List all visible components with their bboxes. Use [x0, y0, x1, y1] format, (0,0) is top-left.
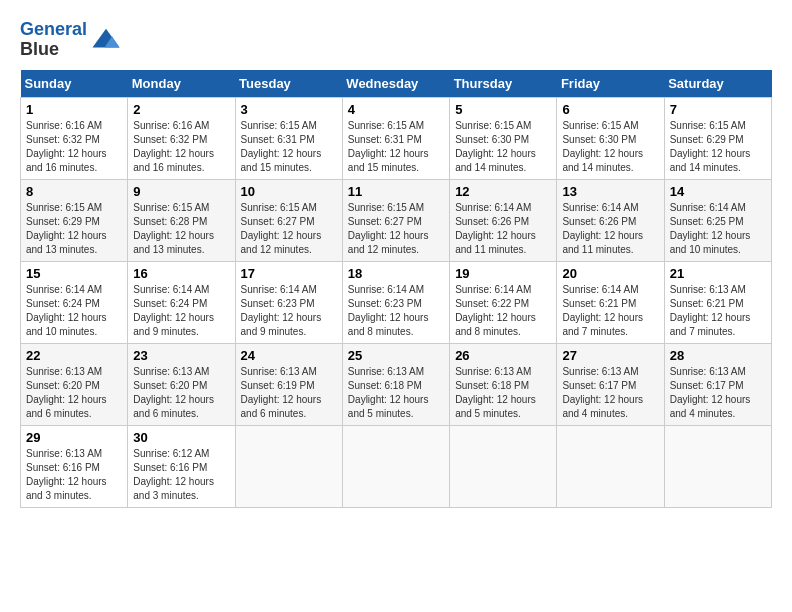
calendar-cell: 29 Sunrise: 6:13 AM Sunset: 6:16 PM Dayl… [21, 425, 128, 507]
weekday-header-friday: Friday [557, 70, 664, 98]
weekday-header-thursday: Thursday [450, 70, 557, 98]
calendar-cell: 14 Sunrise: 6:14 AM Sunset: 6:25 PM Dayl… [664, 179, 771, 261]
day-number: 21 [670, 266, 766, 281]
logo-icon [91, 25, 121, 55]
day-detail: Sunrise: 6:14 AM Sunset: 6:26 PM Dayligh… [562, 201, 658, 257]
day-number: 12 [455, 184, 551, 199]
day-detail: Sunrise: 6:14 AM Sunset: 6:24 PM Dayligh… [26, 283, 122, 339]
calendar-cell: 28 Sunrise: 6:13 AM Sunset: 6:17 PM Dayl… [664, 343, 771, 425]
weekday-header-monday: Monday [128, 70, 235, 98]
calendar-cell [557, 425, 664, 507]
day-detail: Sunrise: 6:14 AM Sunset: 6:25 PM Dayligh… [670, 201, 766, 257]
day-number: 25 [348, 348, 444, 363]
calendar-cell: 25 Sunrise: 6:13 AM Sunset: 6:18 PM Dayl… [342, 343, 449, 425]
day-detail: Sunrise: 6:16 AM Sunset: 6:32 PM Dayligh… [26, 119, 122, 175]
day-number: 5 [455, 102, 551, 117]
day-number: 15 [26, 266, 122, 281]
day-detail: Sunrise: 6:15 AM Sunset: 6:31 PM Dayligh… [348, 119, 444, 175]
day-number: 19 [455, 266, 551, 281]
day-detail: Sunrise: 6:14 AM Sunset: 6:24 PM Dayligh… [133, 283, 229, 339]
calendar-table: SundayMondayTuesdayWednesdayThursdayFrid… [20, 70, 772, 508]
calendar-cell: 30 Sunrise: 6:12 AM Sunset: 6:16 PM Dayl… [128, 425, 235, 507]
day-detail: Sunrise: 6:15 AM Sunset: 6:31 PM Dayligh… [241, 119, 337, 175]
weekday-header-saturday: Saturday [664, 70, 771, 98]
day-detail: Sunrise: 6:14 AM Sunset: 6:21 PM Dayligh… [562, 283, 658, 339]
day-detail: Sunrise: 6:14 AM Sunset: 6:23 PM Dayligh… [348, 283, 444, 339]
day-detail: Sunrise: 6:12 AM Sunset: 6:16 PM Dayligh… [133, 447, 229, 503]
day-number: 26 [455, 348, 551, 363]
day-detail: Sunrise: 6:13 AM Sunset: 6:18 PM Dayligh… [348, 365, 444, 421]
day-number: 16 [133, 266, 229, 281]
calendar-cell: 16 Sunrise: 6:14 AM Sunset: 6:24 PM Dayl… [128, 261, 235, 343]
day-detail: Sunrise: 6:14 AM Sunset: 6:22 PM Dayligh… [455, 283, 551, 339]
day-detail: Sunrise: 6:15 AM Sunset: 6:28 PM Dayligh… [133, 201, 229, 257]
day-number: 30 [133, 430, 229, 445]
day-detail: Sunrise: 6:15 AM Sunset: 6:27 PM Dayligh… [241, 201, 337, 257]
calendar-cell: 27 Sunrise: 6:13 AM Sunset: 6:17 PM Dayl… [557, 343, 664, 425]
day-number: 24 [241, 348, 337, 363]
day-number: 29 [26, 430, 122, 445]
day-number: 7 [670, 102, 766, 117]
day-number: 2 [133, 102, 229, 117]
day-detail: Sunrise: 6:13 AM Sunset: 6:20 PM Dayligh… [26, 365, 122, 421]
calendar-cell: 18 Sunrise: 6:14 AM Sunset: 6:23 PM Dayl… [342, 261, 449, 343]
weekday-header-sunday: Sunday [21, 70, 128, 98]
day-detail: Sunrise: 6:16 AM Sunset: 6:32 PM Dayligh… [133, 119, 229, 175]
day-number: 22 [26, 348, 122, 363]
calendar-cell: 13 Sunrise: 6:14 AM Sunset: 6:26 PM Dayl… [557, 179, 664, 261]
day-number: 1 [26, 102, 122, 117]
calendar-cell: 4 Sunrise: 6:15 AM Sunset: 6:31 PM Dayli… [342, 97, 449, 179]
day-detail: Sunrise: 6:13 AM Sunset: 6:17 PM Dayligh… [562, 365, 658, 421]
calendar-cell: 2 Sunrise: 6:16 AM Sunset: 6:32 PM Dayli… [128, 97, 235, 179]
day-number: 14 [670, 184, 766, 199]
weekday-header-wednesday: Wednesday [342, 70, 449, 98]
day-detail: Sunrise: 6:15 AM Sunset: 6:29 PM Dayligh… [670, 119, 766, 175]
calendar-cell: 5 Sunrise: 6:15 AM Sunset: 6:30 PM Dayli… [450, 97, 557, 179]
day-number: 13 [562, 184, 658, 199]
day-detail: Sunrise: 6:15 AM Sunset: 6:27 PM Dayligh… [348, 201, 444, 257]
day-number: 18 [348, 266, 444, 281]
calendar-cell: 3 Sunrise: 6:15 AM Sunset: 6:31 PM Dayli… [235, 97, 342, 179]
day-number: 28 [670, 348, 766, 363]
day-number: 8 [26, 184, 122, 199]
day-number: 20 [562, 266, 658, 281]
calendar-cell [342, 425, 449, 507]
calendar-cell: 26 Sunrise: 6:13 AM Sunset: 6:18 PM Dayl… [450, 343, 557, 425]
day-number: 6 [562, 102, 658, 117]
day-number: 10 [241, 184, 337, 199]
day-detail: Sunrise: 6:13 AM Sunset: 6:16 PM Dayligh… [26, 447, 122, 503]
calendar-week-2: 8 Sunrise: 6:15 AM Sunset: 6:29 PM Dayli… [21, 179, 772, 261]
day-number: 27 [562, 348, 658, 363]
calendar-cell: 20 Sunrise: 6:14 AM Sunset: 6:21 PM Dayl… [557, 261, 664, 343]
calendar-cell: 22 Sunrise: 6:13 AM Sunset: 6:20 PM Dayl… [21, 343, 128, 425]
calendar-cell: 11 Sunrise: 6:15 AM Sunset: 6:27 PM Dayl… [342, 179, 449, 261]
calendar-cell [450, 425, 557, 507]
calendar-cell: 24 Sunrise: 6:13 AM Sunset: 6:19 PM Dayl… [235, 343, 342, 425]
logo: GeneralBlue [20, 20, 121, 60]
day-detail: Sunrise: 6:13 AM Sunset: 6:19 PM Dayligh… [241, 365, 337, 421]
day-detail: Sunrise: 6:13 AM Sunset: 6:20 PM Dayligh… [133, 365, 229, 421]
day-detail: Sunrise: 6:15 AM Sunset: 6:29 PM Dayligh… [26, 201, 122, 257]
calendar-cell: 8 Sunrise: 6:15 AM Sunset: 6:29 PM Dayli… [21, 179, 128, 261]
day-number: 23 [133, 348, 229, 363]
day-detail: Sunrise: 6:14 AM Sunset: 6:26 PM Dayligh… [455, 201, 551, 257]
calendar-cell: 10 Sunrise: 6:15 AM Sunset: 6:27 PM Dayl… [235, 179, 342, 261]
calendar-week-5: 29 Sunrise: 6:13 AM Sunset: 6:16 PM Dayl… [21, 425, 772, 507]
day-number: 4 [348, 102, 444, 117]
calendar-cell: 23 Sunrise: 6:13 AM Sunset: 6:20 PM Dayl… [128, 343, 235, 425]
calendar-cell: 17 Sunrise: 6:14 AM Sunset: 6:23 PM Dayl… [235, 261, 342, 343]
day-number: 3 [241, 102, 337, 117]
calendar-week-1: 1 Sunrise: 6:16 AM Sunset: 6:32 PM Dayli… [21, 97, 772, 179]
day-detail: Sunrise: 6:14 AM Sunset: 6:23 PM Dayligh… [241, 283, 337, 339]
calendar-week-4: 22 Sunrise: 6:13 AM Sunset: 6:20 PM Dayl… [21, 343, 772, 425]
day-number: 9 [133, 184, 229, 199]
calendar-cell: 1 Sunrise: 6:16 AM Sunset: 6:32 PM Dayli… [21, 97, 128, 179]
day-detail: Sunrise: 6:13 AM Sunset: 6:18 PM Dayligh… [455, 365, 551, 421]
calendar-cell: 21 Sunrise: 6:13 AM Sunset: 6:21 PM Dayl… [664, 261, 771, 343]
calendar-cell [235, 425, 342, 507]
calendar-cell: 7 Sunrise: 6:15 AM Sunset: 6:29 PM Dayli… [664, 97, 771, 179]
calendar-cell: 15 Sunrise: 6:14 AM Sunset: 6:24 PM Dayl… [21, 261, 128, 343]
calendar-cell: 12 Sunrise: 6:14 AM Sunset: 6:26 PM Dayl… [450, 179, 557, 261]
calendar-cell [664, 425, 771, 507]
day-number: 17 [241, 266, 337, 281]
